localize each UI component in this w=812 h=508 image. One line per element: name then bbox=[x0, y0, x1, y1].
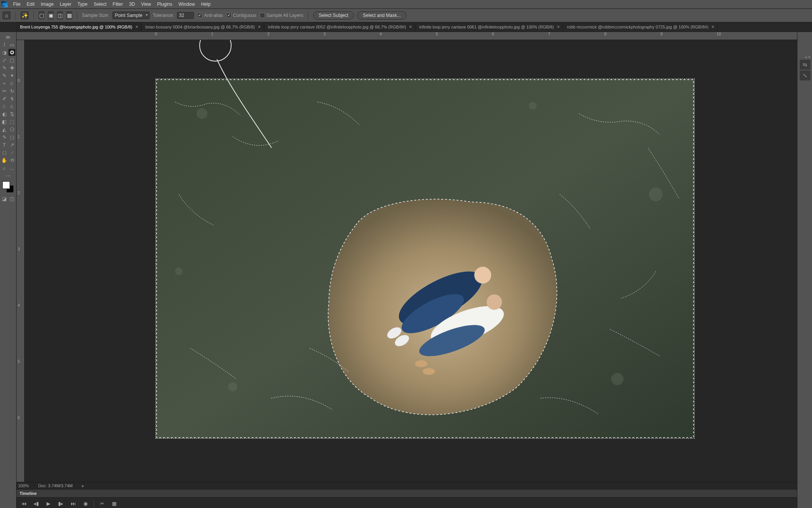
dock-collapse-icon[interactable]: « × bbox=[800, 55, 810, 59]
more-tools-icon[interactable]: … bbox=[8, 164, 15, 171]
select-and-mask-button[interactable]: Select and Mask... bbox=[357, 11, 407, 20]
ruler-tick: 9 bbox=[660, 32, 663, 36]
ruler-tick: 7 bbox=[548, 32, 550, 36]
rotate-view-tool[interactable]: ⟲ bbox=[8, 157, 15, 164]
tolerance-input[interactable] bbox=[177, 12, 194, 19]
rect-shape-tool[interactable]: ◻ bbox=[1, 149, 8, 156]
anti-alias-checkbox[interactable]: Anti-alias bbox=[197, 13, 223, 18]
contiguous-checkbox[interactable]: Contiguous bbox=[226, 13, 257, 18]
gradient-tool[interactable]: ↻ bbox=[8, 87, 15, 94]
custom-shape-tool[interactable]: ⬚ bbox=[8, 118, 15, 125]
screen-mode-icon[interactable]: ◫ bbox=[8, 195, 15, 202]
selection-new-icon[interactable]: ▢ bbox=[38, 11, 45, 20]
move-tool[interactable]: ⟟ bbox=[1, 41, 8, 48]
close-icon[interactable]: × bbox=[257, 24, 262, 30]
document-tab[interactable]: infinite loop jerry cantave 0061 @infini… bbox=[415, 22, 563, 32]
last-frame-icon[interactable]: ⏭ bbox=[69, 499, 77, 508]
audio-icon[interactable]: ◉ bbox=[81, 499, 90, 508]
ruler-vertical[interactable]: 0 1 2 3 4 5 6 bbox=[17, 40, 25, 482]
rectangle-tool[interactable]: ◧ bbox=[1, 118, 8, 125]
zoom-level[interactable]: 100% bbox=[18, 483, 29, 488]
history-brush-tool[interactable]: ⎌ bbox=[8, 80, 15, 87]
selection-add-icon[interactable]: ▣ bbox=[48, 11, 54, 20]
ruler-tick: 5 bbox=[436, 32, 438, 36]
timeline-panel-tab[interactable]: Timeline bbox=[17, 489, 797, 497]
triangle-tool[interactable]: ◭ bbox=[1, 126, 8, 133]
transition-icon[interactable]: ▦ bbox=[110, 499, 118, 508]
select-subject-button[interactable]: Select Subject bbox=[313, 11, 354, 20]
close-icon[interactable]: × bbox=[409, 24, 413, 30]
sharpen-tool[interactable]: ⇅ bbox=[8, 110, 15, 117]
path-select-tool[interactable]: ↗ bbox=[8, 141, 15, 148]
spot-heal-tool[interactable]: ✎ bbox=[1, 72, 8, 79]
selection-subtract-icon[interactable]: ◫ bbox=[57, 11, 63, 20]
status-arrow-icon[interactable]: ▸ bbox=[82, 483, 84, 488]
menu-layer[interactable]: Layer bbox=[57, 1, 74, 8]
sample-all-layers-checkbox[interactable]: Sample All Layers bbox=[260, 13, 303, 18]
magic-wand-tool[interactable]: ✪ bbox=[8, 49, 15, 56]
document-tab[interactable]: Brent Looyenga 755 @looyengaphoto.jpg @ … bbox=[16, 22, 142, 32]
document-tab[interactable]: brian bossany 0004 @brianbossany.jpg @ 6… bbox=[142, 22, 264, 32]
first-frame-icon[interactable]: ⏮ bbox=[20, 499, 28, 508]
separator bbox=[77, 11, 77, 20]
line-tool[interactable]: ⟋ bbox=[8, 149, 15, 156]
menu-type[interactable]: Type bbox=[74, 1, 90, 8]
selection-intersect-icon[interactable]: ▦ bbox=[66, 11, 72, 20]
blur-tool[interactable]: ◐ bbox=[1, 110, 8, 117]
menu-3d[interactable]: 3D bbox=[126, 1, 138, 8]
next-frame-icon[interactable]: ▮▸ bbox=[57, 499, 65, 508]
prev-frame-icon[interactable]: ◂▮ bbox=[32, 499, 40, 508]
marquee-tool[interactable]: ◑ bbox=[1, 49, 8, 56]
artboard-tool[interactable]: ▭ bbox=[8, 41, 15, 48]
clone-tool[interactable]: ⌁ bbox=[1, 80, 8, 87]
ruler-horizontal[interactable]: 0 1 2 3 4 5 6 7 8 9 10 bbox=[24, 32, 797, 40]
menu-filter[interactable]: Filter bbox=[110, 1, 126, 8]
foreground-color-swatch[interactable] bbox=[2, 181, 10, 189]
menu-view[interactable]: View bbox=[138, 1, 154, 8]
zoom-tool[interactable]: ⌕ bbox=[1, 164, 8, 171]
text-tool[interactable]: T bbox=[1, 141, 8, 148]
quick-mask-icon[interactable]: ◪ bbox=[1, 195, 8, 202]
eraser-tool[interactable]: ✂ bbox=[1, 87, 8, 94]
crop-tool[interactable]: ✚ bbox=[8, 64, 15, 71]
close-icon[interactable]: × bbox=[711, 24, 715, 30]
document-tab[interactable]: robb mccormick @robbmccormickphotography… bbox=[563, 22, 718, 32]
menu-plugins[interactable]: Plugins bbox=[154, 1, 175, 8]
canvas[interactable] bbox=[25, 40, 797, 482]
hexagon-tool[interactable]: ⎔ bbox=[8, 126, 15, 133]
close-icon[interactable]: × bbox=[556, 24, 560, 30]
edit-toolbar-icon[interactable]: ⋯ bbox=[1, 172, 15, 179]
pen-tool[interactable]: ✐ bbox=[1, 95, 8, 102]
menu-edit[interactable]: Edit bbox=[23, 1, 38, 8]
color-swatches[interactable] bbox=[2, 181, 14, 193]
hand-tool[interactable]: ✋ bbox=[1, 157, 8, 164]
lasso-tool[interactable]: ⤢ bbox=[1, 57, 8, 64]
menu-image[interactable]: Image bbox=[38, 1, 57, 8]
panel-icon[interactable]: ⇆ bbox=[800, 60, 810, 70]
panel-icon[interactable]: ⤡ bbox=[800, 70, 810, 80]
doc-size-label[interactable]: Doc: 3.74M/3.74M bbox=[38, 483, 73, 488]
close-icon[interactable]: × bbox=[135, 24, 139, 30]
magic-wand-tool-icon[interactable]: ✨ bbox=[20, 11, 29, 20]
menu-select[interactable]: Select bbox=[90, 1, 109, 8]
document-tab[interactable]: infinite loop jerry cantave 0052 @infini… bbox=[264, 22, 415, 32]
play-icon[interactable]: ▶ bbox=[44, 499, 53, 508]
menu-file[interactable]: File bbox=[10, 1, 23, 8]
ruler-tick: 3 bbox=[18, 247, 20, 251]
document-image[interactable] bbox=[155, 79, 695, 439]
brush-tool[interactable]: ✦ bbox=[8, 72, 15, 79]
menu-window[interactable]: Window bbox=[175, 1, 198, 8]
menu-help[interactable]: Help bbox=[198, 1, 214, 8]
eyedropper-tool[interactable]: ✎ bbox=[1, 64, 8, 71]
split-icon[interactable]: ✂ bbox=[98, 499, 106, 508]
burn-tool[interactable]: ⎌ bbox=[8, 103, 15, 110]
ellipse-tool[interactable]: ◻ bbox=[8, 134, 15, 140]
home-icon[interactable]: ⌂ bbox=[2, 11, 11, 20]
smudge-tool[interactable]: ↯ bbox=[8, 95, 15, 102]
toolbox-handle-icon[interactable]: ≫ bbox=[1, 33, 15, 40]
pencil-tool[interactable]: ✎ bbox=[1, 134, 8, 140]
dodge-tool[interactable]: ⎍ bbox=[1, 103, 8, 110]
sample-size-select[interactable]: Point Sample bbox=[112, 12, 150, 19]
frame-tool[interactable]: ▢ bbox=[8, 57, 15, 64]
ruler-tick: 6 bbox=[492, 32, 494, 36]
